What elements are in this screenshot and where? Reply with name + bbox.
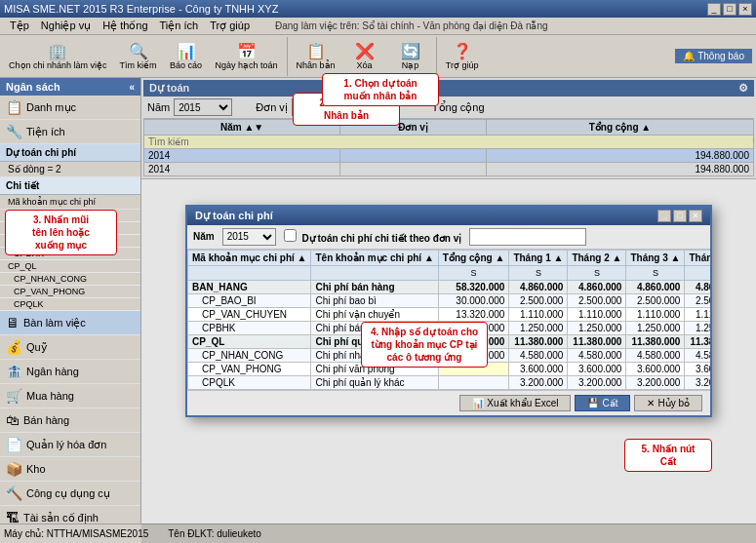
sidebar-item-hoa-don[interactable]: 📄 Quản lý hóa đơn — [0, 433, 140, 457]
cell-t3[interactable]: 3.200.000 — [626, 375, 685, 389]
desk-icon: 🖥 — [6, 315, 20, 330]
cell-t4[interactable]: 2.500.000 — [685, 293, 710, 307]
sidebar-item-ban-hang[interactable]: 🛍 Bán hàng — [0, 408, 140, 433]
cell-t4[interactable]: 3.600.000 — [685, 362, 710, 375]
cell-ma: CP_VAN_PHONG — [188, 362, 311, 375]
modal-minimize[interactable]: _ — [657, 210, 671, 222]
cell-tong[interactable]: 58.320.000 — [438, 280, 509, 293]
cell-t2[interactable]: 3.600.000 — [568, 362, 626, 375]
bell-icon: 🔔 — [683, 51, 695, 61]
sidebar-cp-van-phong[interactable]: CP_VAN_PHONG — [0, 286, 140, 298]
table-row[interactable]: CP_VAN_CHUYEN Chi phí vận chuyển 13.320.… — [188, 307, 711, 321]
sidebar-cp-ql[interactable]: CP_QL — [0, 260, 140, 273]
tien-ich-icon: 🔧 — [6, 124, 22, 139]
modal-table-container[interactable]: Mã khoản mục chi phí ▲ Tên khoản mục chi… — [187, 250, 710, 390]
tool-icon: 🔨 — [6, 485, 22, 501]
cell-tong[interactable]: 13.320.000 — [438, 307, 509, 321]
cell-t4[interactable]: 4.580.000 — [685, 348, 710, 362]
menu-tro-giup[interactable]: Trợ giúp — [204, 19, 256, 33]
modal-maximize[interactable]: □ — [673, 210, 687, 222]
cell-t1[interactable]: 1.250.000 — [509, 321, 568, 334]
sidebar-cp-nhan-cong[interactable]: CP_NHAN_CONG — [0, 273, 140, 286]
tim-kiem-button[interactable]: 🔍 Tìm kiếm — [115, 39, 162, 74]
menu-tep[interactable]: Tệp — [4, 19, 35, 33]
table-row[interactable]: CP_BAO_BI Chi phí bao bì 30.000.000 2.50… — [188, 293, 711, 307]
modal-nam-select[interactable]: 20152014 — [222, 228, 276, 246]
sidebar-item-quy[interactable]: 💰 Quỹ — [0, 335, 140, 360]
toolbar-section-1: 🏢 Chọn chi nhánh làm việc 🔍 Tìm kiếm 📊 B… — [4, 37, 288, 76]
cat-button[interactable]: 💾 Cất — [575, 395, 630, 411]
huy-bo-button[interactable]: ✕ Hủy bỏ — [634, 395, 702, 411]
sidebar-item-ban-lam-viec[interactable]: 🖥 Bàn làm việc — [0, 311, 140, 335]
menu-tien-ich[interactable]: Tiện ích — [154, 19, 205, 33]
sidebar-item-danh-muc[interactable]: 📋 Danh mục — [0, 96, 140, 120]
modal-filter-input[interactable] — [469, 228, 586, 246]
delete-icon: ❌ — [355, 42, 375, 60]
close-button[interactable]: × — [738, 3, 752, 16]
menu-nghiep-vu[interactable]: Nghiệp vụ — [35, 19, 97, 33]
cancel-icon: ✕ — [647, 398, 655, 408]
nhan-ban-button[interactable]: 📋 Nhân bản — [292, 39, 340, 74]
cell-t1[interactable]: 3.600.000 — [509, 362, 568, 375]
cell-t3[interactable]: 4.580.000 — [626, 348, 685, 362]
minimize-button[interactable]: _ — [707, 3, 721, 16]
modal-close[interactable]: × — [689, 210, 702, 222]
toolbar-section-2: 📋 Nhân bản ❌ Xóa 🔄 Nạp — [292, 37, 437, 76]
cell-t1[interactable]: 11.380.000 — [509, 334, 568, 348]
xoa-button[interactable]: ❌ Xóa — [343, 39, 386, 74]
sidebar-item-mua-hang[interactable]: 🛒 Mua hàng — [0, 384, 140, 408]
th-sub-t1: S — [509, 265, 568, 280]
cell-t4[interactable]: 1.250.000 — [685, 321, 710, 334]
shop-icon: 🛒 — [6, 388, 22, 404]
maximize-button[interactable]: □ — [723, 3, 736, 16]
cell-t1[interactable]: 4.860.000 — [509, 280, 568, 293]
th-sub-ten — [311, 265, 438, 280]
cell-t4[interactable]: 3.200.000 — [685, 375, 710, 389]
cell-t4[interactable]: 1.110.000 — [685, 307, 710, 321]
cell-t2[interactable]: 1.110.000 — [568, 307, 626, 321]
cell-t2[interactable]: 4.860.000 — [568, 280, 626, 293]
chon-chi-nhanh-button[interactable]: 🏢 Chọn chi nhánh làm việc — [4, 39, 112, 74]
chi-tiet-checkbox[interactable] — [284, 229, 297, 242]
bank-icon: 🏦 — [6, 364, 22, 379]
sidebar-collapse-icon[interactable]: « — [129, 82, 135, 93]
cell-t1[interactable]: 4.580.000 — [509, 348, 568, 362]
sidebar-item-kho[interactable]: 📦 Kho — [0, 457, 140, 482]
cell-t4[interactable]: 11.380.000 — [685, 334, 710, 348]
cell-t3[interactable]: 2.500.000 — [626, 293, 685, 307]
cell-t2[interactable]: 2.500.000 — [568, 293, 626, 307]
cell-tong[interactable] — [438, 375, 509, 389]
sidebar-chi-tiet-header[interactable]: Chi tiết — [0, 177, 140, 195]
sidebar-cpqlk[interactable]: CPQLK — [0, 298, 140, 311]
working-info: Đang làm việc trên: Sổ tài chính - Văn p… — [275, 20, 548, 31]
cell-t2[interactable]: 3.200.000 — [568, 375, 626, 389]
cell-t3[interactable]: 1.250.000 — [626, 321, 685, 334]
cell-t2[interactable]: 11.380.000 — [568, 334, 626, 348]
cell-ma: CPQLK — [188, 375, 311, 389]
thong-bao-button[interactable]: 🔔 Thông báo — [675, 49, 752, 63]
table-row[interactable]: CPQLK Chi phí quản lý khác 3.200.000 3.2… — [188, 375, 711, 389]
ngay-hach-toan-button[interactable]: 📅 Ngày hạch toán — [211, 39, 283, 74]
th-sub-t4: S — [685, 265, 710, 280]
sidebar-item-tien-ich[interactable]: 🔧 Tiện ích — [0, 120, 140, 144]
cell-t4[interactable]: 4.860.000 — [685, 280, 710, 293]
sidebar-item-ngan-hang[interactable]: 🏦 Ngân hàng — [0, 360, 140, 384]
menu-he-thong[interactable]: Hệ thống — [97, 19, 153, 33]
xuat-khau-excel-button[interactable]: 📊 Xuất khẩu Excel — [459, 395, 571, 411]
cell-t3[interactable]: 4.860.000 — [626, 280, 685, 293]
cell-t2[interactable]: 1.250.000 — [568, 321, 626, 334]
cell-t3[interactable]: 3.600.000 — [626, 362, 685, 375]
sidebar-item-cong-cu[interactable]: 🔨 Công cụ dụng cụ — [0, 482, 140, 506]
cell-t1[interactable]: 2.500.000 — [509, 293, 568, 307]
cell-tong[interactable]: 30.000.000 — [438, 293, 509, 307]
cell-t1[interactable]: 1.110.000 — [509, 307, 568, 321]
cell-ma: CPBHK — [188, 321, 311, 334]
tro-giup-button[interactable]: ❓ Trợ giúp — [441, 39, 484, 74]
cell-t2[interactable]: 4.580.000 — [568, 348, 626, 362]
nap-button[interactable]: 🔄 Nạp — [389, 39, 432, 74]
table-row[interactable]: BAN_HANG Chi phí bán hàng 58.320.000 4.8… — [188, 280, 711, 293]
cell-t3[interactable]: 11.380.000 — [626, 334, 685, 348]
cell-t1[interactable]: 3.200.000 — [509, 375, 568, 389]
bao-cao-button[interactable]: 📊 Báo cáo — [165, 39, 208, 74]
cell-t3[interactable]: 1.110.000 — [626, 307, 685, 321]
